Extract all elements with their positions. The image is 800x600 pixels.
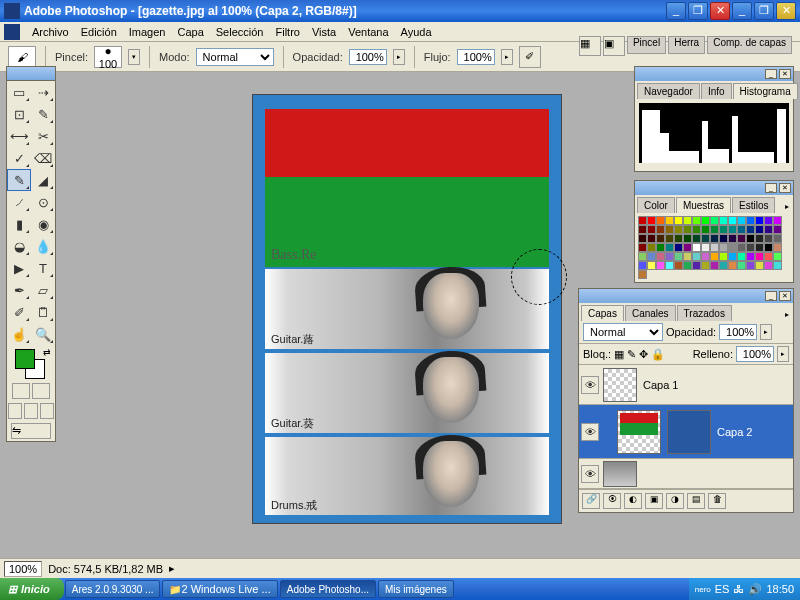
well-tab-comp[interactable]: Comp. de capas xyxy=(707,36,792,54)
layers-close-button[interactable]: ✕ xyxy=(779,291,791,301)
menu-ayuda[interactable]: Ayuda xyxy=(395,24,438,40)
swatch[interactable] xyxy=(737,234,746,243)
swatch[interactable] xyxy=(746,234,755,243)
swatch[interactable] xyxy=(701,216,710,225)
standard-mode-button[interactable] xyxy=(12,383,30,399)
doc-restore-button[interactable]: ❐ xyxy=(754,2,774,20)
new-group-button[interactable]: ▣ xyxy=(645,493,663,509)
swatch[interactable] xyxy=(755,252,764,261)
swatch[interactable] xyxy=(647,234,656,243)
swatch[interactable] xyxy=(665,234,674,243)
flow-arrow[interactable]: ▸ xyxy=(501,49,513,65)
layer-mask-thumb[interactable] xyxy=(667,410,711,454)
swatch[interactable] xyxy=(701,261,710,270)
well-icon-1[interactable]: ▦ xyxy=(579,36,601,56)
start-button[interactable]: ⊞Inicio xyxy=(0,578,64,600)
task-wlive[interactable]: 📁 2 Windows Live ... xyxy=(162,580,277,598)
brush-preset-picker[interactable]: ●100 xyxy=(94,46,122,68)
screenmode-2[interactable] xyxy=(24,403,38,419)
swatch[interactable] xyxy=(719,225,728,234)
visibility-icon[interactable]: 👁 xyxy=(581,423,599,441)
swatch[interactable] xyxy=(755,243,764,252)
link-layer-button[interactable]: 🔗 xyxy=(582,493,600,509)
tool-2-0[interactable]: ⟷ xyxy=(7,125,31,147)
layer-thumb-2[interactable] xyxy=(617,410,661,454)
swatch[interactable] xyxy=(665,216,674,225)
swatch[interactable] xyxy=(647,225,656,234)
swatch[interactable] xyxy=(710,225,719,234)
brush-preset-arrow[interactable]: ▾ xyxy=(128,49,140,65)
swatch[interactable] xyxy=(728,225,737,234)
swatch[interactable] xyxy=(773,243,782,252)
swatch[interactable] xyxy=(701,234,710,243)
layer-row-capa1[interactable]: 👁 Capa 1 xyxy=(579,365,793,405)
tray-net-icon[interactable]: 🖧 xyxy=(733,583,744,595)
swatch[interactable] xyxy=(692,216,701,225)
tray-nero-icon[interactable]: nero xyxy=(695,585,711,594)
tool-3-0[interactable]: ✓ xyxy=(7,147,31,169)
layer-row-capa2[interactable]: 👁 Capa 2 xyxy=(579,405,793,459)
tray-vol-icon[interactable]: 🔊 xyxy=(748,583,762,596)
tool-8-1[interactable]: T xyxy=(31,257,55,279)
swatch[interactable] xyxy=(656,243,665,252)
task-photoshop[interactable]: Adobe Photosho... xyxy=(280,580,376,598)
zoom-display[interactable]: 100% xyxy=(4,561,42,577)
swatch[interactable] xyxy=(719,216,728,225)
swatch[interactable] xyxy=(674,243,683,252)
layer-thumb-bg[interactable] xyxy=(603,461,637,487)
swatch[interactable] xyxy=(656,252,665,261)
swatch[interactable] xyxy=(710,252,719,261)
swatch[interactable] xyxy=(692,252,701,261)
swatch[interactable] xyxy=(656,216,665,225)
tool-0-1[interactable]: ⇢ xyxy=(31,81,55,103)
swatch[interactable] xyxy=(719,252,728,261)
task-images[interactable]: Mis imágenes xyxy=(378,580,454,598)
swatch[interactable] xyxy=(737,243,746,252)
tool-0-0[interactable]: ▭ xyxy=(7,81,31,103)
swatch[interactable] xyxy=(638,243,647,252)
tool-10-1[interactable]: 🗒 xyxy=(31,301,55,323)
tab-navegador[interactable]: Navegador xyxy=(637,83,700,99)
swatch[interactable] xyxy=(674,225,683,234)
tab-muestras[interactable]: Muestras xyxy=(676,197,731,213)
swatch[interactable] xyxy=(674,234,683,243)
swatch[interactable] xyxy=(737,216,746,225)
tool-4-1[interactable]: ◢ xyxy=(31,169,55,191)
swatch[interactable] xyxy=(728,252,737,261)
tool-9-0[interactable]: ✒ xyxy=(7,279,31,301)
swatch[interactable] xyxy=(683,234,692,243)
opacity-arrow[interactable]: ▸ xyxy=(393,49,405,65)
opacity-input[interactable] xyxy=(349,49,387,65)
close-button[interactable]: ✕ xyxy=(710,2,730,20)
swatch[interactable] xyxy=(683,225,692,234)
swatch[interactable] xyxy=(683,216,692,225)
doc-minimize-button[interactable]: _ xyxy=(732,2,752,20)
visibility-icon[interactable]: 👁 xyxy=(581,376,599,394)
swatch[interactable] xyxy=(656,261,665,270)
document-canvas[interactable]: Bass.Re Guitar.蕗 Guitar.葵 Drums.戒 xyxy=(252,94,562,524)
swatch[interactable] xyxy=(719,243,728,252)
swatch[interactable] xyxy=(737,261,746,270)
swatch[interactable] xyxy=(674,261,683,270)
swatch[interactable] xyxy=(773,252,782,261)
swatch[interactable] xyxy=(764,216,773,225)
swap-colors-icon[interactable]: ⇄ xyxy=(43,347,51,357)
tool-10-0[interactable]: ✐ xyxy=(7,301,31,323)
swatch[interactable] xyxy=(728,261,737,270)
swatch[interactable] xyxy=(692,234,701,243)
swatch[interactable] xyxy=(728,216,737,225)
tool-7-1[interactable]: 💧 xyxy=(31,235,55,257)
swatch[interactable] xyxy=(647,216,656,225)
swatch[interactable] xyxy=(728,234,737,243)
tool-9-1[interactable]: ▱ xyxy=(31,279,55,301)
layer-fill-arrow[interactable]: ▸ xyxy=(777,346,789,362)
menu-edicion[interactable]: Edición xyxy=(75,24,123,40)
flow-input[interactable] xyxy=(457,49,495,65)
swatch[interactable] xyxy=(701,243,710,252)
tab-histograma[interactable]: Histograma xyxy=(733,83,798,99)
swatch[interactable] xyxy=(665,243,674,252)
swatch[interactable] xyxy=(764,234,773,243)
layer-fill-input[interactable] xyxy=(736,346,774,362)
swatch[interactable] xyxy=(746,261,755,270)
swatch[interactable] xyxy=(764,225,773,234)
